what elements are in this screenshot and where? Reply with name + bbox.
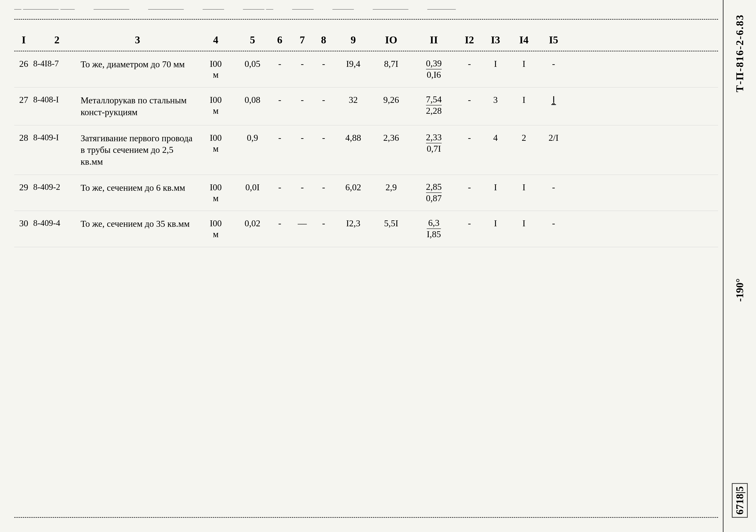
- row-desc-28: Затягивание первого провода в трубы сече…: [81, 132, 194, 168]
- row-c10-26: 8,7I: [372, 59, 410, 69]
- row-c11-26: 0,39 0,I6: [410, 59, 458, 80]
- row-c8-29: -: [313, 182, 334, 192]
- row-c12-30: -: [458, 218, 481, 228]
- col-header-5: 5: [237, 34, 268, 46]
- table-row: 28 8-409-I Затягивание первого провода в…: [14, 125, 718, 175]
- row-c15-28: 2/I: [538, 132, 569, 143]
- right-panel: Т-П-816-2-6.83 -190° 6718|5: [723, 0, 756, 532]
- col-header-14: I4: [510, 34, 538, 46]
- row-c13-28: 4: [481, 132, 510, 143]
- row-unit-27: I00 м: [194, 94, 237, 116]
- row-c10-29: 2,9: [372, 182, 410, 192]
- row-c7-28: -: [292, 132, 313, 143]
- page: — ————— —— ————— ————— ——— ——— — ——— ———…: [0, 0, 756, 532]
- row-c14-30: I: [510, 218, 538, 228]
- table-row: 29 8-409-2 То же, сечением до 6 кв.мм I0…: [14, 175, 718, 211]
- doc-number-top: Т-П-816-2-6.83: [734, 14, 746, 92]
- row-c12-29: -: [458, 182, 481, 192]
- row-c10-28: 2,36: [372, 132, 410, 143]
- top-border-line: [14, 19, 718, 20]
- row-c15-26: -: [538, 59, 569, 69]
- col-header-6: 6: [268, 34, 292, 46]
- row-c6-30: -: [268, 218, 292, 228]
- row-unit-30: I00 м: [194, 218, 237, 240]
- table-row: 27 8-408-I Металлорукав по стальным конс…: [14, 88, 718, 125]
- row-c7-29: -: [292, 182, 313, 192]
- row-c13-29: I: [481, 182, 510, 192]
- row-c8-26: -: [313, 59, 334, 69]
- row-c11-27: 7,54 2,28: [410, 94, 458, 116]
- row-c12-26: -: [458, 59, 481, 69]
- row-c14-26: I: [510, 59, 538, 69]
- row-code-27: 8-408-I: [33, 94, 81, 104]
- row-c15-27: I̲: [538, 94, 569, 105]
- row-c13-30: I: [481, 218, 510, 228]
- row-num-28: 28: [14, 132, 33, 143]
- row-c5-30: 0,02: [237, 218, 268, 228]
- row-num-30: 30: [14, 218, 33, 228]
- row-c14-28: 2: [510, 132, 538, 143]
- col-header-9: 9: [334, 34, 372, 46]
- row-c9-30: I2,3: [334, 218, 372, 228]
- data-section: 26 8-4I8-7 То же, диаметром до 70 мм I00…: [14, 51, 718, 247]
- row-c7-27: -: [292, 94, 313, 105]
- row-c6-28: -: [268, 132, 292, 143]
- top-decoration: — ————— —— ————— ————— ——— ——— — ——— ———…: [14, 5, 718, 13]
- row-desc-29: То же, сечением до 6 кв.мм: [81, 182, 194, 194]
- row-unit-29: I00 м: [194, 182, 237, 203]
- doc-number-bottom: 6718|5: [732, 483, 748, 518]
- col-header-3: 3: [81, 34, 194, 46]
- row-c5-29: 0,0I: [237, 182, 268, 192]
- row-c15-29: -: [538, 182, 569, 192]
- row-c13-27: 3: [481, 94, 510, 105]
- row-code-30: 8-409-4: [33, 218, 81, 228]
- row-c9-29: 6,02: [334, 182, 372, 192]
- doc-number-mid: -190°: [734, 279, 746, 302]
- row-num-26: 26: [14, 59, 33, 69]
- row-c14-27: I: [510, 94, 538, 105]
- row-c8-28: -: [313, 132, 334, 143]
- row-c7-26: -: [292, 59, 313, 69]
- bottom-border-line: [14, 517, 718, 518]
- row-c8-30: -: [313, 218, 334, 228]
- row-c6-27: -: [268, 94, 292, 105]
- row-c11-29: 2,85 0,87: [410, 182, 458, 203]
- col-header-15: I5: [538, 34, 569, 46]
- col-header-8: 8: [313, 34, 334, 46]
- row-c9-28: 4,88: [334, 132, 372, 143]
- row-c8-27: -: [313, 94, 334, 105]
- row-c10-30: 5,5I: [372, 218, 410, 228]
- main-content: I 2 3 4 5 6 7 8 9 IO II I2 I3 I4 I5 26: [14, 19, 718, 513]
- row-desc-30: То же, сечением до 35 кв.мм: [81, 218, 194, 230]
- col-header-4: 4: [194, 34, 237, 46]
- table-row: 26 8-4I8-7 То же, диаметром до 70 мм I00…: [14, 51, 718, 88]
- row-c14-29: I: [510, 182, 538, 192]
- row-c15-30: -: [538, 218, 569, 228]
- row-c13-26: I: [481, 59, 510, 69]
- row-code-29: 8-409-2: [33, 182, 81, 192]
- row-unit-28: I00 м: [194, 132, 237, 154]
- row-unit-26: I00 м: [194, 59, 237, 80]
- col-header-7: 7: [292, 34, 313, 46]
- col-header-1: I: [14, 34, 33, 46]
- row-desc-26: То же, диаметром до 70 мм: [81, 59, 194, 70]
- row-c6-26: -: [268, 59, 292, 69]
- row-c11-30: 6,3 I,85: [410, 218, 458, 239]
- row-c5-26: 0,05: [237, 59, 268, 69]
- row-num-29: 29: [14, 182, 33, 192]
- col-header-13: I3: [481, 34, 510, 46]
- row-c9-27: 32: [334, 94, 372, 105]
- row-c5-27: 0,08: [237, 94, 268, 105]
- row-code-26: 8-4I8-7: [33, 59, 81, 68]
- row-c10-27: 9,26: [372, 94, 410, 105]
- row-code-28: 8-409-I: [33, 132, 81, 143]
- col-header-12: I2: [458, 34, 481, 46]
- row-c5-28: 0,9: [237, 132, 268, 143]
- col-header-11: II: [410, 34, 458, 46]
- row-c11-28: 2,33 0,7I: [410, 132, 458, 154]
- col-header-10: IO: [372, 34, 410, 46]
- row-c9-26: I9,4: [334, 59, 372, 69]
- column-headers: I 2 3 4 5 6 7 8 9 IO II I2 I3 I4 I5: [14, 29, 718, 51]
- row-num-27: 27: [14, 94, 33, 105]
- row-c7-30: —: [292, 218, 313, 228]
